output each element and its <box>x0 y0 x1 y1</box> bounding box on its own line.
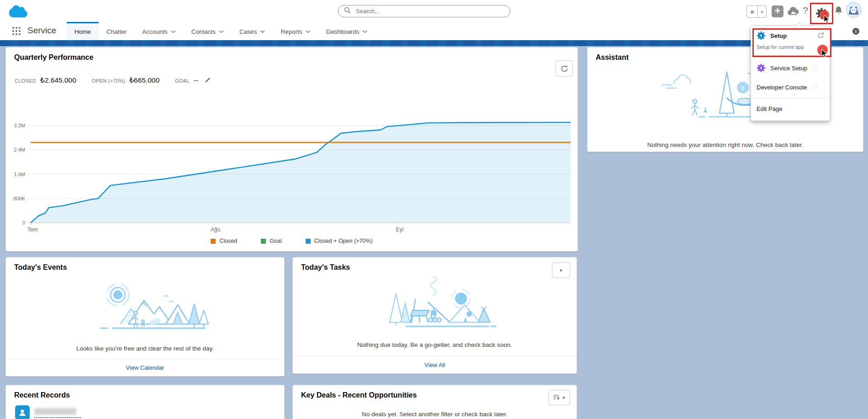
legend-item[interactable]: Goal <box>261 238 281 244</box>
legend-item[interactable]: Closed <box>211 238 237 244</box>
svg-text:0: 0 <box>22 220 25 225</box>
chevron-down-icon <box>306 30 311 33</box>
menu-item-label: Service Setup <box>770 65 807 72</box>
card-title: Key Deals - Recent Opportunities <box>301 391 417 399</box>
svg-text:z: z <box>741 85 744 91</box>
chart-legend: ClosedGoalClosed + Open (>70%) <box>6 238 577 244</box>
sort-icon <box>553 393 560 402</box>
home-content: Quarterly Performance CLOSED ₺2.645.000 … <box>0 46 868 419</box>
stat-goal: GOAL -- <box>175 76 211 84</box>
assistant-empty-text: Nothing needs your attention right now. … <box>587 141 863 148</box>
legend-swatch <box>306 239 311 244</box>
cursor-pointer <box>823 15 831 26</box>
global-header: ★ ▾ + ? <box>0 0 868 22</box>
menu-divider <box>751 55 830 55</box>
contact-record-icon <box>15 405 30 419</box>
tasks-illustration <box>293 270 577 345</box>
tab-dashboards[interactable]: Dashboards <box>318 22 376 40</box>
key-deals-card: Key Deals - Recent Opportunities ▾ No de… <box>292 385 577 419</box>
quarterly-performance-card: Quarterly Performance CLOSED ₺2.645.000 … <box>5 47 578 251</box>
legend-item[interactable]: Closed + Open (>70%) <box>306 238 373 244</box>
app-name: Service <box>27 26 56 36</box>
todays-events-card: Today's Events <box>5 257 285 377</box>
app-launcher-icon[interactable] <box>12 26 21 37</box>
menu-item-label: Setup <box>770 32 813 39</box>
favorites-group: ★ ▾ <box>746 5 767 18</box>
external-link-icon <box>812 64 818 72</box>
info-icon[interactable]: i <box>852 28 859 35</box>
help-icon[interactable]: ? <box>803 5 808 16</box>
salesforce-logo-icon <box>7 2 28 21</box>
trailhead-cloud-icon[interactable] <box>787 7 799 17</box>
svg-text:Ağu: Ağu <box>211 226 220 233</box>
refresh-button[interactable] <box>556 60 573 77</box>
menu-item-label: Edit Page <box>757 105 782 112</box>
tab-contacts[interactable]: Contacts <box>184 22 232 40</box>
cursor-pointer <box>821 49 829 60</box>
external-link-icon <box>818 32 824 40</box>
menu-item-label: Developer Console <box>757 84 807 91</box>
performance-chart: 0800K1.6M2.4M3.2MTemAğuEyl <box>10 110 575 235</box>
svg-text:2.4M: 2.4M <box>14 147 25 152</box>
menu-item-edit-page[interactable]: Edit Page <box>751 99 830 119</box>
edit-goal-pencil-icon[interactable] <box>204 77 211 85</box>
favorites-star-button[interactable]: ★ <box>746 5 758 18</box>
menu-item-service-setup[interactable]: Service Setup <box>751 56 830 78</box>
recent-records-card: Recent Records <box>5 385 285 419</box>
external-link-icon <box>812 84 818 91</box>
chevron-down-icon: ▾ <box>562 395 565 401</box>
salesforce-service-home: { "header": { "search_placeholder": "Sea… <box>0 0 868 419</box>
chevron-down-icon <box>362 30 367 33</box>
chevron-down-icon <box>219 30 224 33</box>
performance-stats: CLOSED ₺2.645.000 OPEN (>70%) ₺665.000 G… <box>15 76 211 84</box>
tab-cases[interactable]: Cases <box>232 22 273 40</box>
view-calendar-link[interactable]: View Calendar <box>6 359 284 376</box>
chevron-down-icon <box>171 30 176 33</box>
tab-home[interactable]: Home <box>67 22 99 40</box>
menu-item-sublabel: Setup for current app <box>757 44 824 50</box>
tasks-empty-text: Nothing due today. Be a go-getter, and c… <box>293 341 577 348</box>
card-title: Recent Records <box>14 391 70 399</box>
brand-band <box>0 40 868 46</box>
setup-gear-blue-icon <box>757 31 766 40</box>
stat-open: OPEN (>70%) ₺665.000 <box>92 76 159 84</box>
card-title: Today's Events <box>14 263 67 272</box>
legend-swatch <box>211 239 216 244</box>
global-search[interactable] <box>338 5 510 17</box>
tab-reports[interactable]: Reports <box>273 22 318 40</box>
setup-dropdown-menu: Setup Setup for current app Service Setu… <box>751 26 830 121</box>
menu-divider <box>751 98 830 98</box>
favorites-caret-button[interactable]: ▾ <box>758 5 767 18</box>
view-all-link[interactable]: View All <box>293 356 577 373</box>
chevron-down-icon <box>260 30 265 33</box>
stat-closed: CLOSED ₺2.645.000 <box>15 76 76 84</box>
quick-create-button[interactable]: + <box>772 5 783 17</box>
svg-text:Tem: Tem <box>27 226 38 233</box>
todays-tasks-card: Today's Tasks ▾ <box>292 257 577 374</box>
notifications-bell-icon[interactable] <box>834 5 843 18</box>
record-name-redacted[interactable] <box>34 408 76 415</box>
tab-accounts[interactable]: Accounts <box>134 22 184 40</box>
deals-empty-text: No deals yet. Select another filter or c… <box>293 411 577 418</box>
user-avatar[interactable] <box>846 2 862 18</box>
nav-tabs: HomeChatterAccountsContactsCasesReportsD… <box>67 22 375 40</box>
service-setup-gear-purple-icon <box>757 63 766 73</box>
svg-text:800K: 800K <box>13 196 25 201</box>
svg-text:3.2M: 3.2M <box>14 123 25 128</box>
search-icon <box>344 7 351 16</box>
card-title: Quarterly Performance <box>14 53 93 62</box>
tab-chatter[interactable]: Chatter <box>99 22 134 40</box>
menu-item-developer-console[interactable]: Developer Console <box>751 78 830 97</box>
events-illustration <box>6 273 284 348</box>
events-empty-text: Looks like you're free and clear the res… <box>6 345 284 352</box>
legend-swatch <box>261 239 266 244</box>
deals-filter-button[interactable]: ▾ <box>548 390 570 405</box>
record-name-underline <box>34 417 81 418</box>
search-input[interactable] <box>355 7 504 15</box>
svg-text:Eyl: Eyl <box>396 226 403 233</box>
app-nav-bar: Service HomeChatterAccountsContactsCases… <box>0 22 868 40</box>
svg-text:1.6M: 1.6M <box>14 172 25 177</box>
